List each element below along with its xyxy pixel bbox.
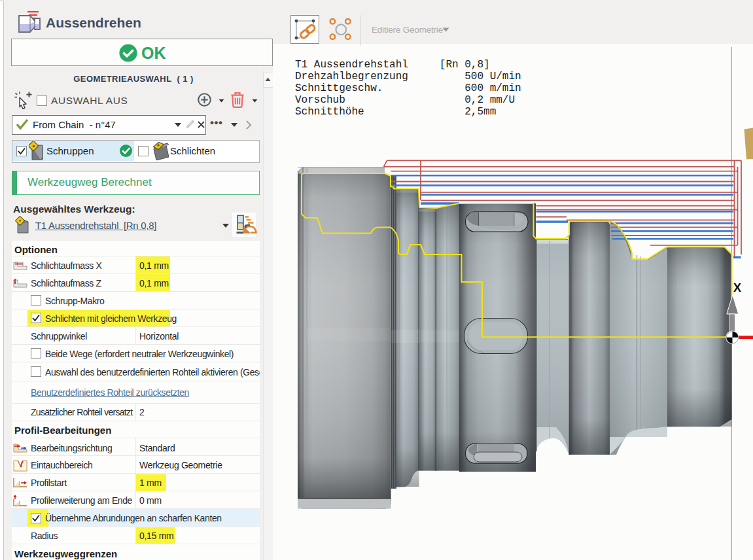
svg-text:X: X	[733, 281, 741, 294]
